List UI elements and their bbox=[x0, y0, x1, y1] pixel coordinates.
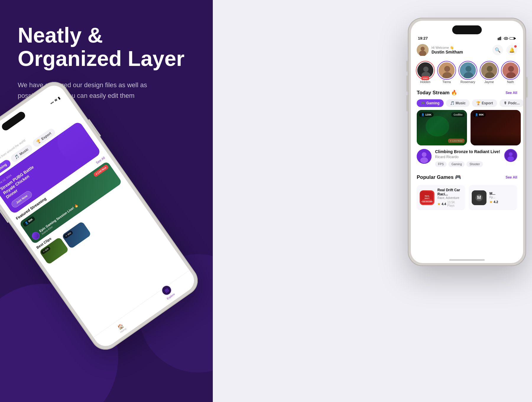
right-panel: 19:27 bbox=[213, 0, 532, 402]
game-rating-2: ★ 4.2 bbox=[489, 200, 498, 204]
climbing-author: Ricard Ricardo bbox=[435, 155, 501, 159]
svg-text:REAL: REAL bbox=[425, 195, 429, 197]
back-nav-home[interactable]: 🏠 Home bbox=[116, 322, 127, 333]
popular-games-title: Popular Games 🎮 bbox=[417, 174, 461, 180]
header-icons: 🔍 🔔 bbox=[492, 45, 517, 55]
story-name-tierra: Tierra bbox=[442, 80, 451, 84]
user-greeting: Hi Welcome 👋 Dustin Smitham bbox=[417, 44, 463, 56]
svg-point-31 bbox=[507, 156, 514, 161]
story-nath[interactable]: Nath bbox=[502, 62, 519, 84]
home-indicator bbox=[449, 259, 485, 261]
username: Dustin Smitham bbox=[432, 50, 463, 54]
svg-point-9 bbox=[421, 47, 425, 51]
svg-rect-3 bbox=[501, 37, 502, 40]
front-status-bar: 19:27 bbox=[411, 34, 523, 42]
front-side-btn-right bbox=[526, 77, 528, 98]
climbing-thumb bbox=[417, 149, 432, 164]
main-title: Neatly & Organized Layer bbox=[18, 24, 195, 70]
viewers-1: 👤 120K bbox=[419, 112, 434, 117]
hi-welcome: Hi Welcome 👋 bbox=[432, 46, 463, 50]
svg-point-4 bbox=[505, 38, 507, 39]
back-nav-explore[interactable]: ⊞ Explore bbox=[163, 288, 176, 301]
front-side-btn-left1 bbox=[406, 61, 408, 72]
pill-esport[interactable]: 🏆 Esport bbox=[472, 99, 497, 107]
godlike-label: Godlike bbox=[451, 112, 465, 117]
popular-see-all[interactable]: See All bbox=[505, 175, 517, 179]
viewers-2: 👤 90K bbox=[473, 112, 486, 117]
left-panel: Neatly & Organized Layer We have arrange… bbox=[0, 0, 213, 402]
story-name-holden: Holden bbox=[420, 80, 431, 84]
svg-text:M: M bbox=[477, 195, 481, 200]
story-rosemary[interactable]: Rosemary bbox=[459, 62, 476, 84]
clip-1-views: ♾ 90K bbox=[41, 246, 51, 255]
story-name-nath: Nath bbox=[507, 80, 514, 84]
svg-rect-6 bbox=[515, 38, 516, 39]
game-rating-1: ★ 4.4 13.5K Plays bbox=[437, 201, 462, 207]
game-genre-2: Fp... bbox=[489, 196, 498, 199]
search-button[interactable]: 🔍 bbox=[492, 45, 503, 55]
climbing-avatar-right bbox=[504, 149, 517, 162]
category-pills: 🎮 Gaming 🎵 Music 🏆 Esport 🎙 Podc... bbox=[411, 98, 523, 110]
stories-row: Live Holden bbox=[411, 59, 523, 86]
svg-point-28 bbox=[420, 157, 428, 163]
game-name-1: Real Drift Car Raci... bbox=[437, 188, 462, 196]
front-status-time: 19:27 bbox=[418, 36, 428, 40]
bell-button[interactable]: 🔔 bbox=[507, 45, 517, 55]
tag-fps: FPS bbox=[435, 161, 447, 167]
rating-val-1: 4.4 bbox=[442, 202, 446, 206]
rating-val-2: 4.2 bbox=[494, 200, 498, 204]
stream-card-1[interactable]: 👤 120K Godlike ● Live Now bbox=[417, 110, 467, 145]
phone-front: 19:27 bbox=[408, 18, 526, 266]
game-genre-1: Race, Adventure bbox=[437, 196, 462, 200]
app-header: Hi Welcome 👋 Dustin Smitham 🔍 🔔 bbox=[411, 42, 523, 59]
story-name-rosemary: Rosemary bbox=[460, 80, 475, 84]
game-card-2[interactable]: M M... Fp... ★ 4.2 bbox=[469, 185, 517, 210]
tag-gaming: Gaming bbox=[448, 161, 465, 167]
pill-podcast[interactable]: 🎙 Podc... bbox=[499, 99, 523, 107]
popular-games-header: Popular Games 🎮 See All bbox=[411, 171, 523, 183]
climbing-tags: FPS Gaming Shooter bbox=[435, 161, 501, 167]
climbing-stream-info: Climbing Bronze to Radiant Live! Ricard … bbox=[435, 149, 501, 167]
svg-rect-7 bbox=[510, 38, 514, 39]
tag-shooter: Shooter bbox=[466, 161, 483, 167]
svg-text:CAR RACING: CAR RACING bbox=[421, 201, 433, 202]
clip-2-views: ♾ 90K bbox=[63, 230, 74, 239]
game-name-2: M... bbox=[489, 192, 498, 196]
today-see-all[interactable]: See All bbox=[505, 91, 517, 95]
svg-rect-0 bbox=[498, 38, 499, 40]
climbing-title: Climbing Bronze to Radiant Live! bbox=[435, 149, 501, 154]
game-info-1: Real Drift Car Raci... Race, Adventure ★… bbox=[437, 188, 462, 207]
back-viewers: 👤 90K bbox=[22, 216, 35, 227]
climbing-stream-item: Climbing Bronze to Radiant Live! Ricard … bbox=[411, 145, 523, 171]
svg-rect-2 bbox=[500, 37, 501, 40]
game-icon-2: M bbox=[472, 190, 486, 205]
plays-1: 13.5K Plays bbox=[447, 201, 462, 207]
title-line-1: Neatly & bbox=[18, 23, 103, 47]
svg-point-27 bbox=[422, 152, 426, 157]
pill-music[interactable]: 🎵 Music bbox=[446, 99, 470, 107]
stream-card-2[interactable]: 👤 90K bbox=[471, 110, 521, 145]
front-status-icons bbox=[498, 37, 516, 40]
title-line-2: Organized Layer bbox=[18, 47, 184, 70]
story-name-jayme: Jayme bbox=[484, 80, 494, 84]
story-tierra[interactable]: Tierra bbox=[438, 62, 455, 84]
game-info-2: M... Fp... ★ 4.2 bbox=[489, 192, 498, 204]
user-avatar bbox=[417, 44, 429, 56]
game-card-1[interactable]: REAL DRIFT CAR RACING Real Drift Car Rac… bbox=[417, 185, 465, 210]
games-row: REAL DRIFT CAR RACING Real Drift Car Rac… bbox=[411, 183, 523, 213]
svg-rect-1 bbox=[499, 37, 500, 40]
today-stream-title: Today Stream 🔥 bbox=[417, 90, 457, 96]
story-jayme[interactable]: Jayme bbox=[481, 62, 498, 84]
front-phone-screen: 19:27 bbox=[411, 21, 523, 263]
pill-gaming[interactable]: 🎮 Gaming bbox=[417, 99, 444, 107]
stream-cards-row: 👤 120K Godlike ● Live Now 👤 90K bbox=[411, 110, 523, 145]
svg-point-30 bbox=[509, 152, 513, 156]
story-holden[interactable]: Live Holden bbox=[417, 62, 434, 84]
game-icon-rd: REAL DRIFT CAR RACING bbox=[420, 190, 434, 205]
front-side-btn-left2 bbox=[406, 75, 408, 92]
front-side-btn-left3 bbox=[406, 95, 408, 111]
greeting-text: Hi Welcome 👋 Dustin Smitham bbox=[432, 46, 463, 54]
live-badge-holden: Live bbox=[421, 76, 429, 80]
dynamic-island-front bbox=[452, 25, 482, 34]
svg-text:DRIFT: DRIFT bbox=[424, 197, 430, 199]
